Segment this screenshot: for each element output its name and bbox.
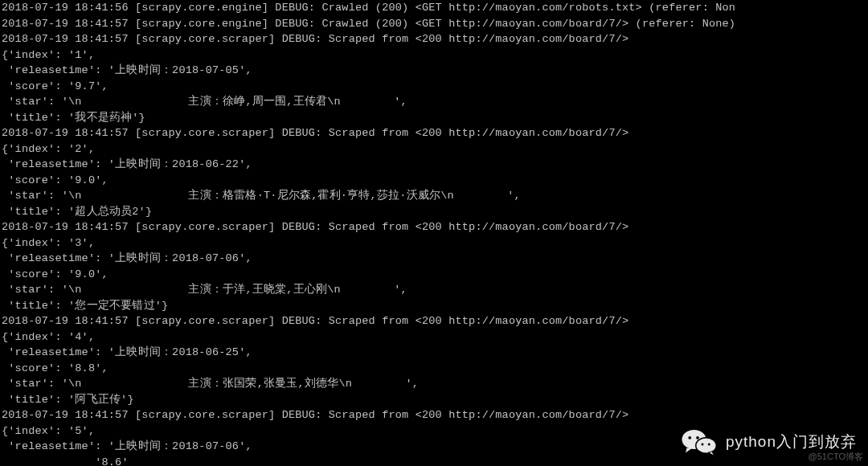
overlay-label: python入门到放弃 xyxy=(726,434,857,450)
svg-point-3 xyxy=(696,436,699,439)
wechat-icon xyxy=(681,427,719,456)
svg-point-5 xyxy=(708,444,710,446)
svg-point-4 xyxy=(701,444,703,446)
svg-point-1 xyxy=(696,438,717,454)
watermark-text: @51CTO博客 xyxy=(809,449,863,465)
terminal-output: 2018-07-19 18:41:56 [scrapy.core.engine]… xyxy=(0,0,868,466)
svg-point-2 xyxy=(688,436,691,439)
